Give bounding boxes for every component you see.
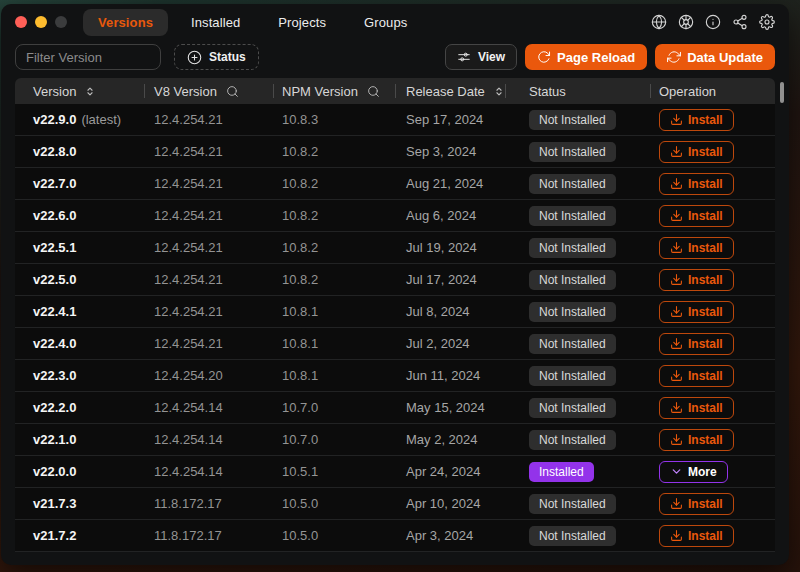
status-badge: Not Installed: [529, 302, 616, 322]
scrollbar-thumb[interactable]: [780, 82, 784, 103]
status-badge: Installed: [529, 462, 594, 482]
refresh-icon: [667, 50, 681, 64]
npm-version-cell: 10.8.1: [274, 304, 396, 319]
column-header-v8-version[interactable]: V8 Version: [145, 78, 274, 104]
column-header-npm-version[interactable]: NPM Version: [274, 78, 396, 104]
v8-version-cell: 12.4.254.21: [145, 304, 274, 319]
npm-version-cell: 10.8.2: [274, 208, 396, 223]
status-badge: Not Installed: [529, 526, 616, 546]
view-label: View: [478, 50, 505, 64]
status-badge: Not Installed: [529, 206, 616, 226]
status-badge: Not Installed: [529, 238, 616, 258]
install-button[interactable]: Install: [659, 205, 734, 227]
install-label: Install: [688, 305, 723, 319]
operation-cell: Install More: [651, 269, 775, 291]
tab-installed[interactable]: Installed: [176, 9, 255, 36]
install-button[interactable]: Install: [659, 397, 734, 419]
version-label: v22.4.0: [33, 336, 76, 351]
install-label: Install: [688, 337, 723, 351]
download-icon: [670, 209, 683, 222]
status-cell: Not Installed: [506, 526, 651, 546]
settings-gear-icon[interactable]: [759, 14, 775, 30]
search-icon[interactable]: [226, 85, 239, 98]
versions-table: Version V8 Version NPM Version Release D…: [15, 78, 775, 552]
download-icon: [670, 337, 683, 350]
search-icon[interactable]: [367, 85, 380, 98]
release-date-cell: Sep 17, 2024: [396, 112, 506, 127]
column-header-release-date[interactable]: Release Date: [396, 78, 506, 104]
share-icon[interactable]: [732, 14, 748, 30]
install-button[interactable]: Install: [659, 301, 734, 323]
table-body: v22.9.0(latest) 12.4.254.21 10.8.3 Sep 1…: [15, 104, 775, 552]
install-button[interactable]: Install: [659, 269, 734, 291]
toolbar: Status View Page Reload Data Update: [1, 44, 789, 70]
operation-cell: Install More: [651, 173, 775, 195]
status-cell: Installed: [506, 462, 651, 482]
info-icon[interactable]: [705, 14, 721, 30]
v8-version-cell: 12.4.254.21: [145, 144, 274, 159]
status-badge: Not Installed: [529, 110, 616, 130]
version-label: v22.5.0: [33, 272, 76, 287]
tab-versions[interactable]: Versions: [83, 9, 168, 36]
status-badge: Not Installed: [529, 430, 616, 450]
v8-version-cell: 12.4.254.14: [145, 400, 274, 415]
install-label: Install: [688, 529, 723, 543]
release-date-cell: Aug 21, 2024: [396, 176, 506, 191]
release-date-cell: Jul 19, 2024: [396, 240, 506, 255]
data-update-button[interactable]: Data Update: [655, 44, 775, 70]
status-filter-button[interactable]: Status: [174, 44, 259, 70]
close-button[interactable]: [15, 16, 27, 28]
version-cell: v22.7.0: [15, 176, 145, 191]
status-badge: Not Installed: [529, 494, 616, 514]
sort-icon[interactable]: [85, 85, 95, 98]
install-button[interactable]: Install: [659, 493, 734, 515]
status-badge: Not Installed: [529, 270, 616, 290]
v8-version-cell: 11.8.172.17: [145, 496, 274, 511]
tab-groups[interactable]: Groups: [349, 9, 422, 36]
page-reload-button[interactable]: Page Reload: [525, 44, 647, 70]
globe-icon[interactable]: [651, 14, 667, 30]
install-button[interactable]: Install: [659, 173, 734, 195]
tab-projects[interactable]: Projects: [263, 9, 341, 36]
npm-version-cell: 10.8.2: [274, 144, 396, 159]
status-cell: Not Installed: [506, 142, 651, 162]
table-row: v22.0.0 12.4.254.14 10.5.1 Apr 24, 2024 …: [15, 456, 775, 488]
install-button[interactable]: Install: [659, 141, 734, 163]
version-label: v22.9.0: [33, 112, 76, 127]
column-header-status: Status: [506, 78, 651, 104]
version-cell: v21.7.3: [15, 496, 145, 511]
version-label: v21.7.2: [33, 528, 76, 543]
zoom-button[interactable]: [55, 16, 67, 28]
version-cell: v22.2.0: [15, 400, 145, 415]
status-cell: Not Installed: [506, 398, 651, 418]
npm-version-cell: 10.5.0: [274, 496, 396, 511]
release-date-cell: Apr 3, 2024: [396, 528, 506, 543]
minimize-button[interactable]: [35, 16, 47, 28]
download-icon: [670, 113, 683, 126]
release-date-cell: Sep 3, 2024: [396, 144, 506, 159]
sort-icon[interactable]: [494, 85, 504, 98]
status-cell: Not Installed: [506, 206, 651, 226]
v8-version-cell: 12.4.254.14: [145, 432, 274, 447]
data-update-label: Data Update: [687, 50, 763, 65]
install-button[interactable]: Install: [659, 333, 734, 355]
install-button[interactable]: Install: [659, 525, 734, 547]
install-label: Install: [688, 401, 723, 415]
install-button[interactable]: Install: [659, 109, 734, 131]
version-cell: v22.0.0: [15, 464, 145, 479]
npm-version-cell: 10.7.0: [274, 400, 396, 415]
npm-version-cell: 10.8.2: [274, 272, 396, 287]
install-button[interactable]: Install: [659, 429, 734, 451]
install-button[interactable]: Install: [659, 237, 734, 259]
operation-cell: Install More: [651, 461, 775, 483]
release-date-cell: Aug 6, 2024: [396, 208, 506, 223]
status-cell: Not Installed: [506, 366, 651, 386]
filter-version-input[interactable]: [15, 44, 161, 70]
v8-version-cell: 12.4.254.21: [145, 272, 274, 287]
more-button[interactable]: More: [659, 461, 728, 483]
color-wheel-icon[interactable]: [678, 14, 694, 30]
column-header-version[interactable]: Version: [15, 78, 145, 104]
install-button[interactable]: Install: [659, 365, 734, 387]
view-button[interactable]: View: [445, 44, 517, 70]
download-icon: [670, 497, 683, 510]
